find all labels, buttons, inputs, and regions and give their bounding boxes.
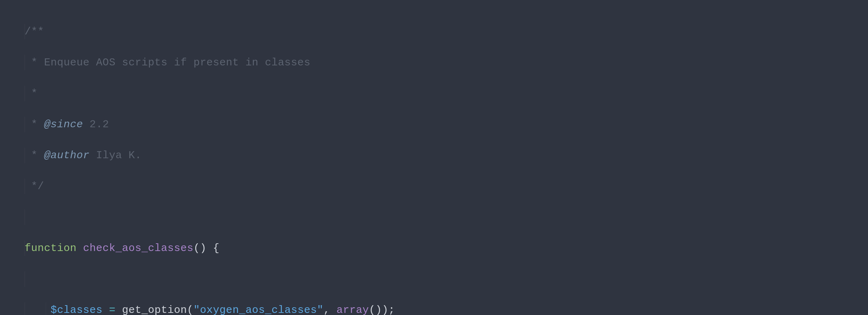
code-line: function check_aos_classes() { xyxy=(0,240,868,256)
code-line: * @since 2.2 xyxy=(0,117,868,132)
operator: = xyxy=(103,304,122,315)
code-line: * @author Ilya K. xyxy=(0,148,868,163)
punct: ()); xyxy=(369,304,395,315)
code-line xyxy=(0,271,868,287)
punct: () { xyxy=(193,242,219,254)
punct: , xyxy=(323,304,336,315)
code-line xyxy=(0,210,868,225)
comment: 2.2 xyxy=(83,118,109,130)
comment: Ilya K. xyxy=(90,149,142,161)
code-editor[interactable]: /** * Enqueue AOS scripts if present in … xyxy=(0,0,868,315)
builtin: array xyxy=(336,304,369,315)
string: "oxygen_aos_classes" xyxy=(193,304,323,315)
comment: /** xyxy=(25,26,44,38)
comment: * Enqueue AOS scripts if present in clas… xyxy=(25,57,310,69)
code-line: * xyxy=(0,86,868,101)
code-line: */ xyxy=(0,179,868,194)
code-line: /** xyxy=(0,24,868,39)
comment: * xyxy=(25,118,44,130)
variable: $classes xyxy=(51,304,103,315)
phpdoc-tag: @author xyxy=(44,149,90,161)
comment: * xyxy=(25,88,38,99)
keyword-function: function xyxy=(25,242,77,254)
function-name: check_aos_classes xyxy=(83,242,194,254)
phpdoc-tag: @since xyxy=(44,118,83,130)
comment: */ xyxy=(25,180,44,192)
code-line: * Enqueue AOS scripts if present in clas… xyxy=(0,55,868,70)
function-call: get_option xyxy=(122,304,187,315)
code-line: $classes = get_option("oxygen_aos_classe… xyxy=(0,302,868,315)
comment: * xyxy=(25,149,44,161)
punct: ( xyxy=(187,304,194,315)
